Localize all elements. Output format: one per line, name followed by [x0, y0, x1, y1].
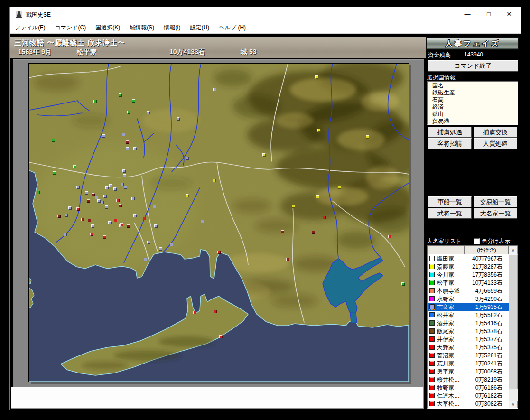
castle-marker[interactable]	[37, 191, 40, 194]
castle-marker[interactable]	[90, 233, 93, 236]
castle-marker[interactable]	[170, 243, 173, 246]
castle-marker[interactable]	[109, 184, 112, 187]
castle-marker[interactable]	[186, 194, 189, 197]
end-command-button[interactable]: コマンド終了	[428, 60, 518, 72]
castle-marker[interactable]	[312, 231, 315, 234]
menu-item-5[interactable]: 設定(U)	[186, 21, 214, 32]
daimyo-row[interactable]: 松平家10万4133石	[428, 279, 509, 287]
castle-marker[interactable]	[262, 153, 266, 157]
scrollbar-thumb[interactable]	[509, 254, 518, 389]
castle-marker[interactable]	[193, 311, 196, 314]
menu-item-4[interactable]: 情報(I)	[159, 21, 185, 32]
daimyo-list[interactable]: (臣従含) 織田家40万7967石斎藤家21万8287石今川家17万8356石松…	[427, 245, 518, 409]
castle-marker[interactable]	[186, 157, 189, 160]
castle-marker[interactable]	[105, 186, 109, 189]
castle-marker[interactable]	[292, 205, 295, 208]
castle-marker[interactable]	[338, 186, 341, 189]
castle-marker[interactable]	[315, 75, 318, 79]
castle-marker[interactable]	[132, 99, 135, 103]
castle-marker[interactable]	[97, 199, 101, 203]
castle-marker[interactable]	[159, 247, 162, 251]
daimyo-row[interactable]: 斎藤家21万8287石	[428, 262, 509, 271]
castle-marker[interactable]	[108, 221, 112, 224]
daimyo-row[interactable]: 天野家1万5375石	[428, 343, 509, 351]
castle-marker[interactable]	[133, 147, 137, 150]
castle-marker[interactable]	[88, 219, 91, 222]
castle-marker[interactable]	[131, 197, 135, 200]
castle-marker[interactable]	[214, 310, 217, 313]
castle-marker[interactable]	[201, 220, 204, 223]
daimyo-row[interactable]: 織田家40万7967石	[428, 254, 509, 262]
castle-marker[interactable]	[177, 117, 180, 121]
castle-marker[interactable]	[286, 258, 289, 261]
castle-marker[interactable]	[103, 195, 107, 198]
castle-marker[interactable]	[113, 187, 117, 191]
country-info-item[interactable]: 貿易港	[432, 118, 518, 125]
castle-marker[interactable]	[213, 88, 216, 91]
daimyo-row[interactable]: 大草松…0万3082石	[428, 400, 509, 408]
castle-marker[interactable]	[85, 191, 88, 195]
country-info-item[interactable]: 経済	[432, 103, 518, 111]
prisoner-exchange-button[interactable]: 捕虜交換	[474, 127, 517, 138]
menu-item-6[interactable]: ヘルプ (H)	[214, 21, 251, 32]
castle-marker[interactable]	[124, 186, 127, 189]
castle-marker[interactable]	[92, 193, 95, 196]
daimyo-row[interactable]: 仁連木…0万6182石	[428, 392, 509, 400]
guest-invitation-button[interactable]: 客将招請	[428, 138, 472, 149]
castle-marker[interactable]	[122, 169, 126, 173]
menu-item-3[interactable]: 城情報(S)	[125, 21, 159, 32]
country-info-item[interactable]: 鉄砲生産	[432, 89, 518, 96]
castle-marker[interactable]	[91, 224, 94, 228]
castle-marker[interactable]	[388, 235, 391, 238]
castle-marker[interactable]	[401, 282, 405, 286]
castle-marker[interactable]	[366, 135, 369, 139]
castle-marker[interactable]	[217, 251, 221, 254]
daimyo-row[interactable]: 桜井松…0万8219石	[428, 375, 509, 383]
castle-marker[interactable]	[153, 205, 156, 208]
daimyo-row[interactable]: 水野家3万4290石	[428, 295, 509, 303]
country-info-listbox[interactable]: 国名鉄砲生産石高経済鉱山貿易港	[427, 81, 518, 125]
daimyo-row[interactable]: 飯尾家1万5378石	[428, 327, 509, 335]
castle-marker[interactable]	[81, 218, 84, 221]
castle-marker[interactable]	[126, 140, 129, 144]
castle-marker[interactable]	[122, 133, 125, 136]
castle-marker[interactable]	[119, 204, 122, 207]
castle-marker[interactable]	[119, 93, 122, 97]
daimyo-row[interactable]: 奥平家1万0098石	[428, 367, 509, 375]
busho-list-button[interactable]: 武将一覧	[428, 208, 472, 219]
castle-marker[interactable]	[121, 183, 124, 186]
country-info-item[interactable]: 鉱山	[432, 111, 518, 118]
daimyo-row[interactable]: 荒川家1万0241石	[428, 359, 509, 367]
castle-marker[interactable]	[126, 147, 129, 150]
castle-marker[interactable]	[154, 224, 158, 228]
castle-marker[interactable]	[64, 233, 67, 236]
castle-marker[interactable]	[68, 206, 72, 210]
country-info-item[interactable]: 国名	[432, 82, 518, 89]
daimyo-list-scrollbar[interactable]: ∧ ∨	[509, 246, 518, 408]
castle-marker[interactable]	[65, 214, 68, 217]
castle-marker[interactable]	[281, 230, 284, 233]
castle-marker[interactable]	[87, 199, 90, 203]
castle-marker[interactable]	[116, 199, 120, 202]
castle-marker[interactable]	[53, 171, 56, 175]
terrain-map[interactable]	[28, 63, 409, 382]
castle-marker[interactable]	[147, 111, 150, 114]
country-info-item[interactable]: 石高	[432, 96, 518, 103]
castle-marker[interactable]	[114, 219, 117, 222]
castle-marker[interactable]	[143, 217, 146, 220]
castle-marker[interactable]	[219, 335, 223, 338]
castle-marker[interactable]	[95, 196, 98, 199]
menu-item-2[interactable]: 国選択(K)	[91, 21, 125, 32]
minimize-button[interactable]: —	[457, 7, 478, 21]
castle-marker[interactable]	[76, 186, 80, 189]
castle-marker[interactable]	[101, 201, 104, 204]
castle-marker[interactable]	[73, 165, 76, 168]
menu-item-0[interactable]: ファイル(F)	[10, 21, 50, 32]
maximize-button[interactable]: □	[478, 7, 499, 21]
scroll-down-icon[interactable]: ∨	[509, 401, 518, 408]
castle-marker[interactable]	[123, 174, 126, 177]
castle-marker[interactable]	[213, 179, 216, 182]
castle-marker[interactable]	[57, 215, 61, 218]
castle-marker[interactable]	[127, 111, 130, 114]
daimyo-row[interactable]: 酒井家1万5416石	[428, 319, 509, 327]
